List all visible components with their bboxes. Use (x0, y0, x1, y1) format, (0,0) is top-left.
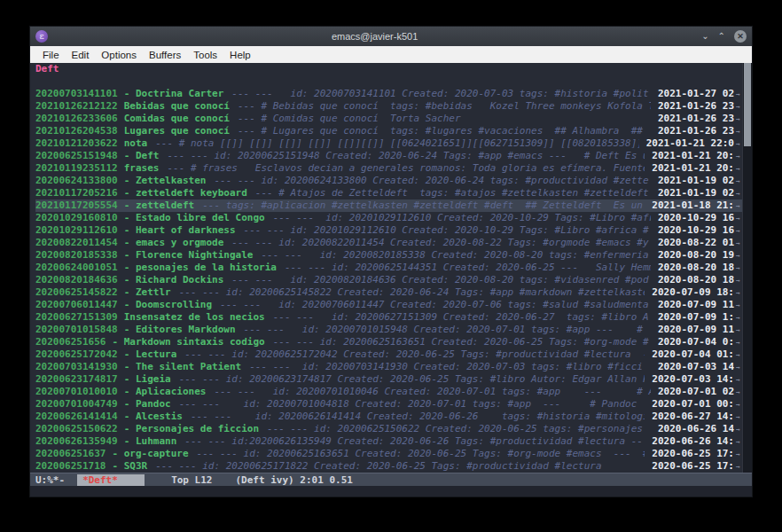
note-id: 20200701015848 (35, 324, 118, 336)
minimize-icon[interactable]: ⌄ (701, 30, 708, 43)
note-row[interactable]: 20201029160810 - Estado libre del Congo … (35, 212, 742, 224)
truncation-arrow-icon: → (734, 461, 742, 473)
blank-line (35, 75, 742, 88)
note-title: - Estado libre del Congo (124, 212, 265, 224)
modeline-modes[interactable]: (Deft ivy) 2:01 0.51 (235, 474, 352, 486)
note-row[interactable]: 20210126212122 Bebidas que conocí --- # … (35, 100, 742, 113)
note-date: 2020-06-27 14: (652, 411, 734, 423)
note-date: 2020-07-09 11 (658, 299, 734, 311)
note-row[interactable]: 20210119235112 frases --- # frases Escla… (35, 162, 742, 175)
menu-options[interactable]: Options (96, 48, 142, 62)
note-id: 20210117205216 (35, 187, 118, 200)
note-date: 2021-01-19 02 (658, 175, 734, 187)
note-date: 2020-08-20 19 (658, 249, 734, 262)
deft-filter-prompt[interactable]: Deft (35, 63, 742, 75)
deft-text-area[interactable]: Deft 20200703141101 - Doctrina Carter --… (30, 63, 742, 473)
note-date: 2021-01-21 22:0 (646, 137, 734, 150)
note-row[interactable]: 20200623174817 - Ligeia --- --- id: 2020… (35, 373, 742, 386)
note-row[interactable]: 20200820185338 - Florence Nightingale --… (35, 249, 742, 262)
truncation-arrow-icon: → (734, 126, 742, 138)
note-row[interactable]: 20200625172042 - Lectura --- --- id: 202… (35, 348, 742, 361)
note-summary: --- --- id: 20200623174817 Created: 2020… (179, 373, 645, 386)
note-row[interactable]: 20210117205554 - zetteldeft --- tags: #a… (35, 200, 742, 212)
note-row[interactable]: 20200625145822 - Zettlr --- --- id: 2020… (35, 286, 742, 299)
note-summary: --- --- id: 20200820184636 Created: 2020… (231, 274, 651, 286)
note-row[interactable]: 20200624001051 - pesonajes de la histori… (35, 262, 742, 274)
scrollbar-thumb[interactable] (744, 63, 751, 146)
note-row[interactable]: 202006251637 - org-capture --- --- id: 2… (35, 448, 742, 460)
note-id: 20200626141414 (35, 411, 118, 423)
menu-tools[interactable]: Tools (188, 48, 223, 62)
note-id: 20200703141930 (35, 361, 118, 373)
note-row[interactable]: 20200706011447 - Doomscrolling --- --- i… (35, 299, 742, 311)
note-row[interactable]: 20200626141414 - Alcestis --- --- id: 20… (35, 411, 742, 423)
menu-help[interactable]: Help (224, 48, 256, 62)
truncation-arrow-icon: → (734, 138, 742, 151)
note-id: 20200701010010 (35, 386, 118, 398)
note-row[interactable]: 20200624133800 - Zettelkasten --- --- id… (35, 175, 742, 187)
note-row[interactable]: 20210117205216 - zetteldeft keyboard ---… (35, 187, 742, 200)
note-row[interactable]: 20200625150622 - Personajes de ficcion -… (35, 423, 742, 435)
note-title: - Florence Nightingale (124, 249, 254, 262)
note-row[interactable]: 20200701015848 - Editores Markdown --- -… (35, 324, 742, 336)
note-date: 2021-01-26 23 (658, 125, 734, 137)
modeline-buffer-name[interactable]: *Deft* (77, 474, 145, 486)
note-row[interactable]: 202006251656 - Markdown sintaxis codigo … (35, 336, 742, 348)
note-id: 20200624001051 (35, 262, 118, 274)
minibuffer[interactable] (30, 486, 752, 497)
note-id: 20200623174817 (35, 373, 118, 386)
note-row[interactable]: 20200703141930 - The silent Patient --- … (35, 361, 742, 373)
note-row[interactable]: 20200625151948 - Deft --- --- id: 202006… (35, 150, 742, 162)
note-id: 20200822011454 (35, 237, 118, 249)
truncation-arrow-icon: → (734, 411, 742, 424)
menu-file[interactable]: File (37, 48, 65, 62)
window-title: emacs@javier-k501 (48, 31, 701, 42)
note-title: nota (124, 137, 148, 150)
note-id: 20210126212122 (35, 100, 118, 113)
truncation-arrow-icon: → (734, 449, 742, 461)
menu-buffers[interactable]: Buffers (144, 48, 186, 62)
note-summary: --- --- id: 20200820185338 Created: 2020… (261, 249, 650, 262)
truncation-arrow-icon: → (734, 101, 742, 113)
note-row[interactable]: 20200627151309 Insensatez de los necios … (35, 311, 742, 324)
note-row[interactable]: 20200703141101 - Doctrina Carter --- ---… (35, 88, 742, 100)
note-id: 202006251656 (35, 336, 106, 348)
note-id: 20200820184636 (35, 274, 118, 286)
title-bar[interactable]: ε emacs@javier-k501 ⌄ ⌃ ✕ (30, 27, 752, 46)
note-row[interactable]: 20200701004749 - Pandoc --- --- id: 2020… (35, 398, 742, 411)
note-row[interactable]: 20210126204538 Lugares que conocí --- # … (35, 125, 742, 137)
note-date: 2020-07-03 14 (658, 361, 734, 373)
note-summary: --- --- id: 20200625171822 Created: 2020… (155, 460, 645, 473)
note-date: 2020-07-09 11 (658, 324, 734, 336)
note-row[interactable]: 20200822011454 - emacs y orgmode --- ---… (35, 237, 742, 249)
note-row[interactable]: 20200626135949 - Luhmann --- --- id:2020… (35, 435, 742, 448)
scrollbar[interactable] (742, 63, 752, 473)
note-id: 20200625151948 (35, 150, 118, 162)
note-date: 2020-06-25 17: (652, 460, 734, 473)
note-id: 20201029160810 (35, 212, 118, 224)
close-icon[interactable]: ✕ (734, 30, 747, 43)
note-id: 20200703141101 (35, 88, 118, 100)
truncation-arrow-icon: → (734, 387, 742, 399)
menu-edit[interactable]: Edit (66, 48, 95, 62)
truncation-arrow-icon: → (734, 176, 742, 188)
note-row[interactable]: 20201029112610 - Heart of darkness --- -… (35, 224, 742, 237)
note-summary: --- --- id: 20200701015948 Created: 2020… (244, 324, 651, 336)
note-id: 20200625172042 (35, 348, 118, 361)
note-summary: --- --- id: 20200626141414 Created: 2020… (191, 411, 645, 423)
note-row[interactable]: 20200820184636 - Richard Dockins --- ---… (35, 274, 742, 286)
note-title: - emacs y orgmode (124, 237, 224, 249)
note-date: 2021-01-18 21: (652, 200, 734, 212)
note-title: - The silent Patient (124, 361, 241, 373)
note-id: 20200701004749 (35, 398, 118, 411)
note-row[interactable]: 202006251718 - SQ3R --- --- id: 20200625… (35, 460, 742, 473)
note-row[interactable]: 20200701010010 - Aplicaciones --- --- id… (35, 386, 742, 398)
truncation-arrow-icon: → (734, 238, 742, 250)
truncation-arrow-icon: → (734, 163, 742, 176)
note-row[interactable]: 20210121203622 nota --- # nota [[]] [[]]… (35, 137, 742, 150)
note-row[interactable]: 20210126233606 Comidas que conocí --- # … (35, 113, 742, 125)
maximize-icon[interactable]: ⌃ (718, 30, 725, 43)
note-title: Insensatez de los necios (124, 311, 265, 324)
note-summary: --- --- id: 20200627151309 Created: 2020… (273, 311, 651, 324)
note-summary: --- --- id: 20200625172042 Created: 2020… (184, 348, 645, 361)
